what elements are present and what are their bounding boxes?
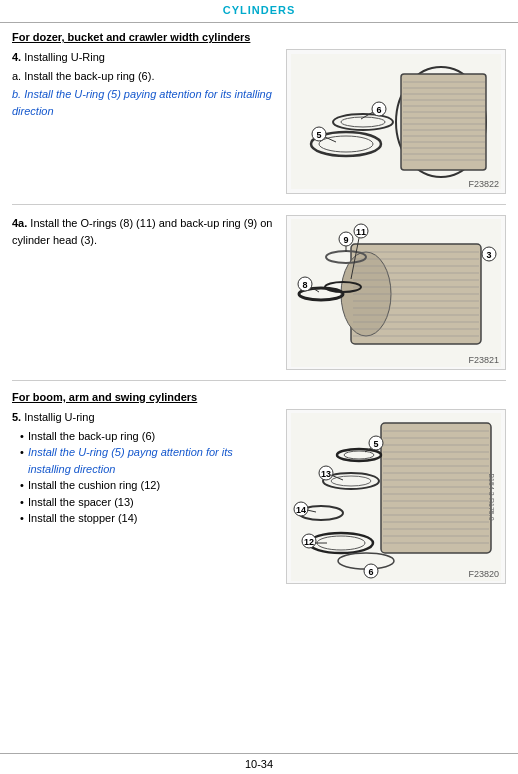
side-note: B154 3-R175.0 [488, 473, 495, 520]
content-area: For dozer, bucket and crawler width cyli… [0, 31, 518, 604]
step4a-number: 4a. [12, 217, 27, 229]
step4a-svg: 8 9 11 3 [291, 219, 501, 367]
step4-svg: 6 5 [291, 54, 501, 189]
step5-bullets: Install the back-up ring (6) Install the… [12, 428, 278, 527]
step5-label: Installig U-ring [24, 411, 94, 423]
step4a-block: 4a. Install the O-rings (8) (11) and bac… [12, 215, 506, 370]
step4a-image: 8 9 11 3 F23821 [286, 215, 506, 370]
step5-bullet5: Install the stopper (14) [20, 510, 278, 527]
step4-label: Installing U-Ring [24, 51, 105, 63]
step5-bullet1: Install the back-up ring (6) [20, 428, 278, 445]
divider2 [12, 380, 506, 381]
step5-fig-label: F23820 [468, 569, 499, 579]
divider1 [12, 204, 506, 205]
page-wrapper: CYLINDERS For dozer, bucket and crawler … [0, 0, 518, 774]
section1-title: For dozer, bucket and crawler width cyli… [12, 31, 506, 43]
step4-number: 4. [12, 51, 21, 63]
svg-text:13: 13 [321, 469, 331, 479]
step5-bullet2: Install the U-ring (5) payng attention f… [20, 444, 278, 477]
step4-block: 4. Installing U-Ring a. Install the back… [12, 49, 506, 194]
svg-text:3: 3 [486, 250, 491, 260]
svg-text:6: 6 [376, 105, 381, 115]
page-number: 10-34 [245, 758, 273, 770]
page-title: CYLINDERS [223, 4, 296, 16]
page-header: CYLINDERS [0, 0, 518, 23]
svg-text:11: 11 [356, 227, 366, 237]
page-footer: 10-34 [0, 753, 518, 774]
step4a-fig-label: F23821 [468, 355, 499, 365]
step5-image: 5 13 14 6 12 F23820 B154 3-R175.0 [286, 409, 506, 584]
step4-substep-a: a. Install the back-up ring (6). [12, 68, 278, 85]
svg-text:5: 5 [373, 439, 378, 449]
svg-rect-59 [381, 423, 491, 553]
svg-text:9: 9 [343, 235, 348, 245]
step5-bullet3: Install the cushion ring (12) [20, 477, 278, 494]
svg-text:6: 6 [368, 567, 373, 577]
svg-text:5: 5 [316, 130, 321, 140]
step5-block: 5. Installig U-ring Install the back-up … [12, 409, 506, 584]
svg-text:12: 12 [304, 537, 314, 547]
svg-rect-3 [401, 74, 486, 170]
svg-text:8: 8 [302, 280, 307, 290]
step5-svg: 5 13 14 6 12 [291, 413, 501, 581]
step4-fig-label: F23822 [468, 179, 499, 189]
step4-substep-b: b. Install the U-ring (5) paying attenti… [12, 86, 278, 119]
step4a-text: 4a. Install the O-rings (8) (11) and bac… [12, 215, 278, 370]
step5-number: 5. [12, 411, 21, 423]
section2-title: For boom, arm and swing cylinders [12, 391, 506, 403]
step5-text: 5. Installig U-ring Install the back-up … [12, 409, 278, 584]
step4-text: 4. Installing U-Ring a. Install the back… [12, 49, 278, 194]
step4a-desc: Install the O-rings (8) (11) and back-up… [12, 217, 272, 246]
step5-bullet4: Install the spacer (13) [20, 494, 278, 511]
step4-image: 6 5 F23822 [286, 49, 506, 194]
svg-text:14: 14 [296, 505, 306, 515]
